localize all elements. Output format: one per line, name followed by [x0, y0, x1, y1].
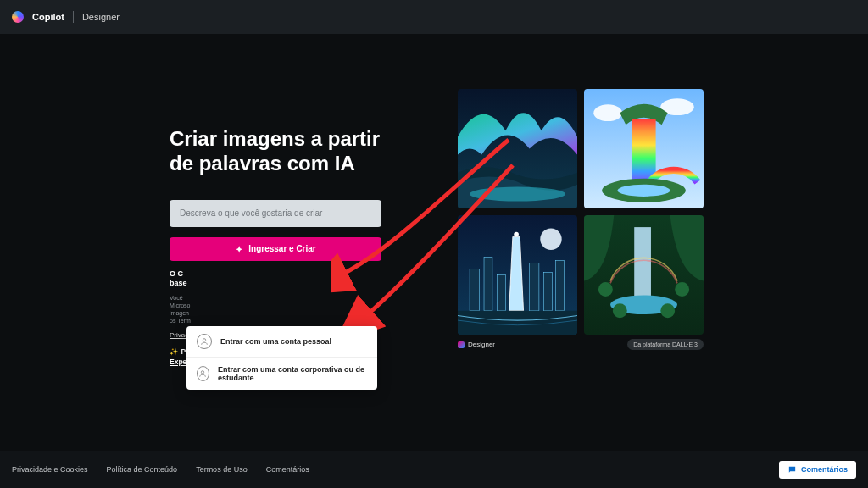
svg-rect-13	[484, 257, 492, 310]
prompt-placeholder: Descreva o que você gostaria de criar	[180, 208, 322, 218]
hero-headline: Criar imagens a partir de palavras com I…	[170, 127, 381, 176]
person-icon	[197, 366, 209, 381]
signin-personal[interactable]: Entrar com uma conta pessoal	[186, 326, 377, 357]
person-icon	[197, 334, 212, 349]
subbrand-label: Designer	[82, 12, 120, 22]
svg-point-19	[514, 232, 519, 237]
sparkle-icon	[235, 245, 243, 253]
svg-point-0	[203, 339, 205, 341]
join-and-create-button[interactable]: Ingressar e Criar	[170, 237, 381, 261]
hero-fineprint: Você Microso imagen os Term	[170, 294, 208, 324]
svg-rect-16	[544, 273, 553, 311]
comments-button[interactable]: Comentários	[779, 461, 856, 479]
sparkle-emoji-icon: ✨	[170, 347, 179, 356]
app-footer: Privacidade e Cookies Política de Conteú…	[0, 451, 868, 488]
svg-point-24	[598, 282, 613, 297]
svg-point-25	[675, 282, 689, 297]
comments-button-label: Comentários	[801, 465, 848, 474]
gallery-footer: Designer Da plataforma DALL·E 3	[458, 339, 704, 350]
footer-link-privacy[interactable]: Privacidade e Cookies	[12, 465, 88, 474]
example-tile-waterfall-rainbow[interactable]	[584, 89, 704, 208]
svg-point-27	[660, 303, 675, 318]
svg-point-9	[617, 185, 670, 197]
svg-point-1	[202, 371, 204, 374]
signin-menu: Entrar com uma conta pessoal Entrar com …	[186, 326, 377, 390]
svg-rect-14	[498, 275, 506, 311]
cta-label: Ingressar e Criar	[248, 244, 316, 253]
main-stage: Criar imagens a partir de palavras com I…	[0, 34, 868, 451]
svg-rect-17	[556, 261, 565, 311]
hero-column: Criar imagens a partir de palavras com I…	[170, 127, 381, 417]
comment-icon	[787, 465, 797, 474]
svg-rect-22	[634, 227, 651, 301]
app-header: Copilot Designer	[0, 0, 868, 34]
svg-point-26	[613, 303, 627, 318]
footer-link-content-policy[interactable]: Política de Conteúdo	[107, 465, 178, 474]
prompt-input[interactable]: Descreva o que você gostaria de criar	[170, 200, 381, 227]
designer-badge: Designer	[458, 341, 495, 348]
svg-point-3	[470, 187, 565, 202]
header-divider	[73, 11, 74, 23]
brand-label: Copilot	[32, 12, 64, 22]
platform-pill: Da plataforma DALL·E 3	[627, 339, 704, 350]
hero-microcopy: O C base	[170, 269, 381, 289]
designer-badge-icon	[458, 341, 465, 348]
signin-work-label: Entrar com uma conta corporativa ou de e…	[218, 365, 367, 382]
footer-link-comments[interactable]: Comentários	[266, 465, 309, 474]
signin-personal-label: Entrar com uma conta pessoal	[220, 337, 331, 346]
designer-badge-label: Designer	[468, 341, 495, 348]
svg-rect-12	[470, 269, 479, 310]
example-tile-aurora[interactable]	[458, 89, 577, 208]
example-gallery	[458, 89, 704, 335]
example-tile-jungle-waterfall[interactable]	[584, 215, 704, 335]
example-tile-futuristic-city[interactable]	[458, 215, 577, 335]
footer-link-terms[interactable]: Termos de Uso	[196, 465, 248, 474]
signin-work-school[interactable]: Entrar com uma conta corporativa ou de e…	[186, 357, 377, 390]
copilot-logo-icon	[12, 11, 24, 23]
svg-point-11	[540, 229, 561, 250]
svg-rect-15	[530, 263, 539, 310]
svg-point-5	[593, 104, 622, 121]
